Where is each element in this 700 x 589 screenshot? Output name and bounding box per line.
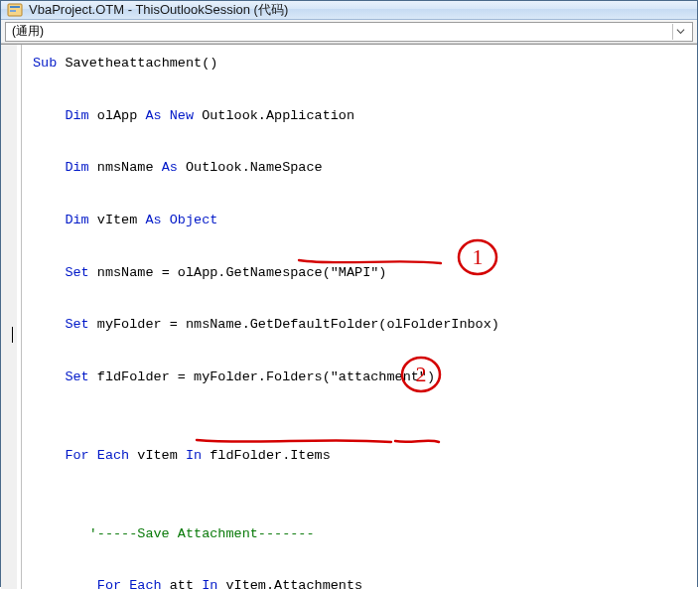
code-token: Dim xyxy=(33,160,89,175)
titlebar[interactable]: VbaProject.OTM - ThisOutlookSession (代码) xyxy=(1,1,697,20)
code-token: Savetheattachment() xyxy=(57,56,217,71)
code-area: Sub Savetheattachment() Dim olApp As New… xyxy=(1,44,697,589)
code-token: fldFolder = myFolder.Folders("attachment… xyxy=(89,369,435,384)
code-token: vItem xyxy=(129,448,186,463)
code-token: nmsName = olApp.GetNamespace("MAPI") xyxy=(89,265,387,280)
object-dropdown-value: (通用) xyxy=(12,23,44,40)
code-token: Sub xyxy=(33,56,57,71)
code-token: Outlook.NameSpace xyxy=(178,160,323,175)
code-window: VbaProject.OTM - ThisOutlookSession (代码)… xyxy=(0,0,698,587)
code-token: Dim xyxy=(33,108,89,123)
code-editor[interactable]: Sub Savetheattachment() Dim olApp As New… xyxy=(19,45,697,589)
code-token: vItem xyxy=(89,213,146,227)
code-token: For Each xyxy=(33,448,129,463)
code-token: As New xyxy=(145,108,194,123)
code-token: vItem.Attachments xyxy=(217,578,362,589)
outlook-vba-icon xyxy=(7,2,23,18)
code-token: Set xyxy=(33,369,89,384)
code-token: Set xyxy=(33,317,89,332)
code-token: olApp xyxy=(89,108,146,123)
toolbar: (通用) xyxy=(1,20,697,44)
window-title: VbaProject.OTM - ThisOutlookSession (代码) xyxy=(29,1,288,19)
svg-rect-1 xyxy=(10,6,20,8)
code-token: For Each xyxy=(33,578,162,589)
code-token: Set xyxy=(33,265,89,280)
code-token: In xyxy=(202,578,217,589)
margin-indicator-bar[interactable] xyxy=(1,45,19,589)
code-token: nmsName xyxy=(89,160,162,175)
object-dropdown[interactable]: (通用) xyxy=(5,22,693,42)
code-token: As xyxy=(162,160,178,175)
code-token: Outlook.Application xyxy=(194,108,354,123)
code-token: As Object xyxy=(145,213,217,227)
text-caret xyxy=(12,327,13,343)
code-token: In xyxy=(186,448,202,463)
svg-rect-2 xyxy=(10,10,16,12)
code-comment: '-----Save Attachment------- xyxy=(33,526,315,541)
code-token: att xyxy=(162,578,203,589)
code-token: myFolder = nmsName.GetDefaultFolder(olFo… xyxy=(89,317,499,332)
code-token: fldFolder.Items xyxy=(202,448,331,463)
code-token: Dim xyxy=(33,213,89,227)
chevron-down-icon xyxy=(672,24,688,40)
